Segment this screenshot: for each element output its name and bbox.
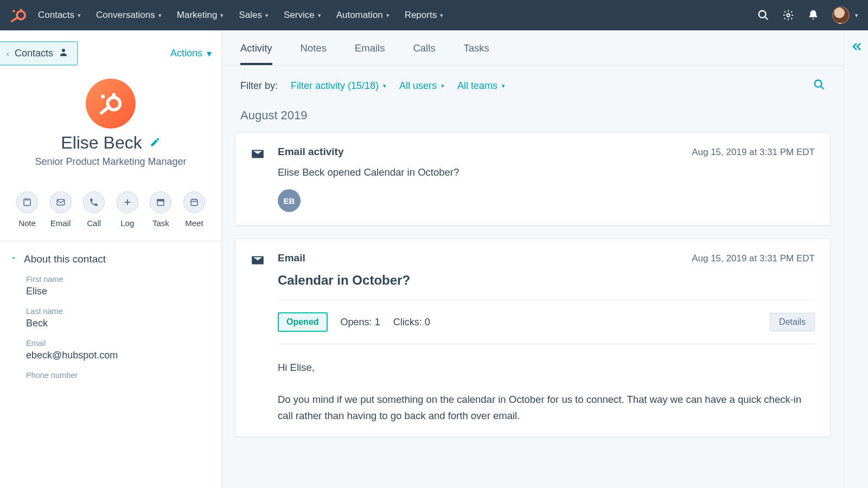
opens-metric: Opens: 1 (341, 317, 380, 328)
caret-down-icon: ▾ (383, 82, 386, 89)
chevron-down-icon: ▾ (855, 12, 858, 19)
nav-service[interactable]: Service▾ (284, 10, 321, 21)
contact-avatar (86, 79, 136, 129)
field-email[interactable]: Email ebeck@hubspot.com (26, 339, 210, 361)
activity-avatar: EB (278, 189, 301, 212)
record-tabs: Activity Notes Emails Calls Tasks (222, 30, 844, 66)
main-panel: Activity Notes Emails Calls Tasks Filter… (222, 30, 868, 488)
chevron-down-icon: ▾ (318, 12, 321, 19)
svg-point-2 (20, 9, 22, 11)
svg-point-4 (759, 11, 766, 18)
svg-point-11 (101, 94, 105, 98)
timeline-date: Aug 15, 2019 at 3:31 PM EDT (692, 253, 815, 264)
svg-point-22 (815, 80, 822, 87)
opened-badge: Opened (278, 312, 328, 332)
tab-notes[interactable]: Notes (301, 42, 327, 65)
tab-emails[interactable]: Emails (355, 42, 385, 65)
svg-point-3 (12, 10, 15, 12)
timeline-card-email[interactable]: Email Aug 15, 2019 at 3:31 PM EDT Calend… (235, 239, 831, 437)
user-avatar (832, 7, 850, 24)
log-button[interactable]: Log (117, 191, 138, 228)
topnav-menu: Contacts▾ Conversations▾ Marketing▾ Sale… (38, 10, 757, 21)
email-icon (251, 147, 266, 159)
tab-activity[interactable]: Activity (240, 42, 272, 65)
nav-reports[interactable]: Reports▾ (405, 10, 444, 21)
chevron-down-icon: ▾ (386, 12, 390, 19)
field-phone[interactable]: Phone number (26, 371, 210, 382)
top-nav: Contacts▾ Conversations▾ Marketing▾ Sale… (0, 0, 868, 30)
timeline-group-label: August 2019 (222, 99, 844, 132)
nav-sales[interactable]: Sales▾ (239, 10, 269, 21)
svg-rect-17 (157, 200, 164, 201)
contact-name: Elise Beck (61, 133, 142, 153)
nav-marketing[interactable]: Marketing▾ (177, 10, 224, 21)
contact-profile: Elise Beck Senior Product Marketing Mana… (0, 69, 221, 182)
svg-point-6 (787, 14, 790, 17)
actions-dropdown[interactable]: Actions ▾ (170, 48, 212, 60)
chevron-down-icon: ▾ (78, 12, 81, 19)
activity-text: Elise Beck opened Calendar in October? (278, 166, 815, 178)
field-first-name[interactable]: First name Elise (26, 275, 210, 297)
tab-tasks[interactable]: Tasks (464, 42, 489, 65)
caret-down-icon: ▾ (207, 48, 212, 60)
svg-point-7 (62, 49, 65, 52)
call-button[interactable]: Call (83, 191, 105, 228)
svg-rect-18 (191, 200, 197, 206)
note-button[interactable]: Note (16, 191, 38, 228)
nav-automation[interactable]: Automation▾ (336, 10, 390, 21)
filter-teams[interactable]: All teams▾ (457, 80, 505, 92)
task-button[interactable]: Task (150, 191, 171, 228)
filter-users[interactable]: All users▾ (399, 80, 444, 92)
filter-activity[interactable]: Filter activity (15/18)▾ (291, 80, 386, 92)
svg-line-23 (821, 86, 824, 89)
chevron-left-icon: ‹ (7, 49, 9, 58)
account-menu[interactable]: ▾ (832, 7, 858, 24)
timeline-search-icon[interactable] (813, 79, 825, 93)
chevron-down-icon (10, 254, 17, 264)
chevron-down-icon: ▾ (158, 12, 162, 19)
clicks-metric: Clicks: 0 (393, 317, 430, 328)
field-last-name[interactable]: Last name Beck (26, 307, 210, 329)
timeline-card-email-activity[interactable]: Email activity Aug 15, 2019 at 3:31 PM E… (235, 132, 831, 226)
caret-down-icon: ▾ (441, 82, 444, 89)
contact-actions: Note Email Call Log Task Meet (0, 182, 221, 241)
email-body: Hi Elise, Do you mind if we put somethin… (278, 359, 815, 423)
filter-bar: Filter by: Filter activity (15/18)▾ All … (222, 66, 844, 99)
gear-icon[interactable] (782, 9, 794, 21)
email-subject: Calendar in October? (278, 273, 815, 288)
hubspot-logo (10, 7, 26, 23)
topnav-right: ▾ (757, 7, 858, 24)
email-icon (251, 253, 266, 265)
right-panel-toggle[interactable] (844, 30, 868, 488)
svg-point-10 (112, 93, 116, 97)
svg-line-1 (12, 17, 18, 22)
left-panel: ‹ Contacts Actions ▾ Elise Beck Senior P… (0, 30, 222, 488)
caret-down-icon: ▾ (502, 82, 505, 89)
svg-line-5 (765, 17, 768, 20)
details-button[interactable]: Details (770, 313, 815, 331)
chevron-down-icon: ▾ (220, 12, 224, 19)
svg-line-9 (101, 107, 109, 113)
back-to-contacts[interactable]: ‹ Contacts (0, 41, 78, 66)
nav-contacts[interactable]: Contacts▾ (38, 10, 81, 21)
person-icon (59, 47, 68, 60)
bell-icon[interactable] (807, 9, 819, 21)
about-fields: First name Elise Last name Beck Email eb… (0, 272, 221, 398)
about-section-toggle[interactable]: About this contact (0, 241, 221, 272)
edit-name-button[interactable] (150, 137, 161, 150)
email-button[interactable]: Email (50, 191, 72, 228)
search-icon[interactable] (757, 9, 769, 21)
tab-calls[interactable]: Calls (413, 42, 435, 65)
chevron-down-icon: ▾ (265, 12, 269, 19)
contact-title: Senior Product Marketing Manager (11, 156, 210, 168)
meet-button[interactable]: Meet (183, 191, 205, 228)
timeline-date: Aug 15, 2019 at 3:31 PM EDT (692, 147, 815, 158)
nav-conversations[interactable]: Conversations▾ (96, 10, 162, 21)
chevron-down-icon: ▾ (440, 12, 443, 19)
